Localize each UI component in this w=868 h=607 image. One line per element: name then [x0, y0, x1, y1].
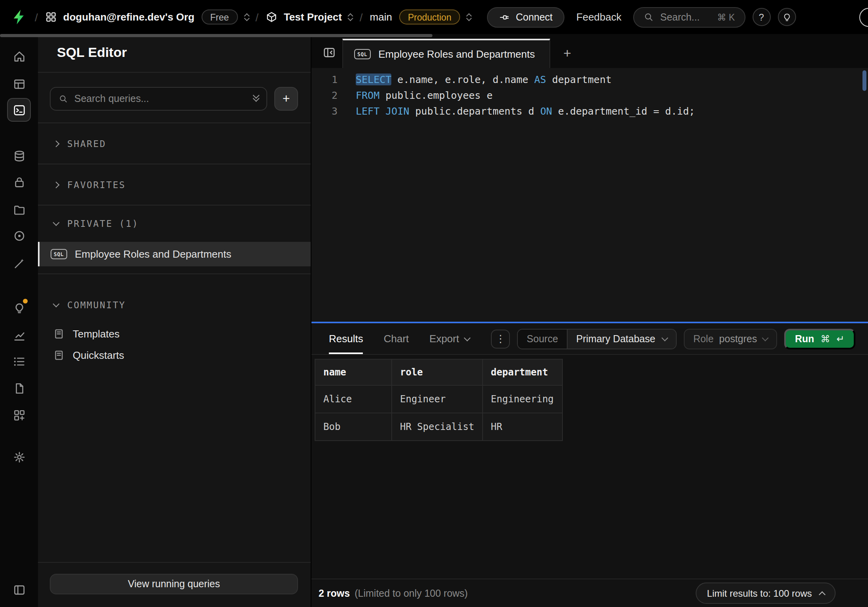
branch-selector-chevrons-icon[interactable]	[467, 13, 471, 21]
code-token: e.department_id = d.id;	[552, 105, 695, 117]
code-token: AS	[534, 74, 546, 85]
run-button[interactable]: Run ⌘ ↵	[784, 328, 855, 349]
code-token: public.departments d	[409, 105, 540, 117]
line-number: 3	[311, 104, 343, 119]
connect-label: Connect	[516, 11, 553, 23]
rail-tables-icon[interactable]	[8, 73, 30, 95]
avatar[interactable]	[859, 8, 868, 27]
tab-export[interactable]: Export	[429, 323, 469, 354]
global-search-input[interactable]: Search... ⌘ K	[633, 7, 745, 27]
tab-results[interactable]: Results	[329, 323, 363, 354]
rail-collapse-icon[interactable]	[8, 579, 30, 601]
rail-extensions-icon[interactable]	[8, 404, 30, 426]
chevron-right-icon	[53, 140, 60, 147]
column-header[interactable]: name	[315, 359, 392, 385]
code-line[interactable]: 1SELECT e.name, e.role, d.name AS depart…	[311, 72, 868, 88]
org-switcher[interactable]: doguhan@refine.dev's Org	[45, 11, 194, 23]
table-cell[interactable]: Alice	[315, 385, 392, 413]
sidebar-footer: View running queries	[38, 562, 311, 607]
search-icon	[58, 94, 68, 104]
export-label: Export	[429, 333, 459, 345]
cmd-key-icon: ⌘	[821, 333, 830, 344]
run-label: Run	[795, 333, 814, 344]
section-favorites[interactable]: FAVORITES	[38, 164, 311, 205]
row-count: 2 rows	[319, 588, 350, 599]
column-header[interactable]: department	[483, 359, 562, 385]
database-dropdown[interactable]: Primary Database	[568, 329, 676, 348]
project-switcher[interactable]: Test Project	[266, 11, 342, 23]
plug-icon	[499, 11, 510, 23]
code-text: SELECT e.name, e.role, d.name AS departm…	[343, 72, 611, 88]
collapse-sidebar-icon[interactable]	[320, 43, 338, 61]
tab-chart[interactable]: Chart	[384, 323, 409, 354]
table-row[interactable]: AliceEngineerEngineering	[315, 385, 562, 413]
whats-new-button[interactable]	[777, 8, 796, 26]
code-token: ON	[540, 105, 552, 117]
code-line[interactable]: 2FROM public.employees e	[311, 88, 868, 104]
expand-all-icon[interactable]	[254, 96, 259, 102]
role-value: postgres	[719, 333, 757, 344]
section-shared[interactable]: SHARED	[38, 123, 311, 164]
rail-settings-icon[interactable]	[8, 446, 30, 468]
rail-home-icon[interactable]	[8, 45, 30, 67]
code-token	[379, 105, 385, 117]
editor-tab-active[interactable]: SQL Employee Roles and Departments	[342, 39, 550, 68]
code-line[interactable]: 3LEFT JOIN public.departments d ON e.dep…	[311, 104, 868, 119]
line-number: 2	[311, 88, 343, 104]
section-private[interactable]: PRIVATE (1)	[38, 205, 311, 242]
sql-code-editor[interactable]: 1SELECT e.name, e.role, d.name AS depart…	[311, 68, 868, 322]
table-row[interactable]: BobHR SpecialistHR	[315, 413, 562, 441]
community-item-templates[interactable]: Templates	[38, 323, 311, 345]
rail-backups-icon[interactable]	[8, 198, 30, 221]
rail-integrations-icon[interactable]	[8, 224, 30, 247]
editor-vertical-scrollbar[interactable]	[862, 70, 866, 91]
view-running-queries-button[interactable]: View running queries	[50, 574, 298, 594]
rail-workflows-icon[interactable]	[8, 252, 30, 274]
rail-ideas-icon[interactable]	[8, 296, 30, 319]
table-cell[interactable]: Engineer	[392, 385, 483, 413]
query-search-input[interactable]: Search queries...	[50, 87, 267, 111]
sql-file-icon: SQL	[51, 249, 67, 259]
section-community[interactable]: COMMUNITY	[38, 287, 311, 323]
help-button[interactable]: ?	[752, 8, 770, 26]
community-item-quickstarts[interactable]: Quickstarts	[38, 345, 311, 366]
help-glyph: ?	[759, 11, 764, 23]
search-placeholder: Search...	[660, 11, 700, 23]
results-statusbar: 2 rows (Limited to only 100 rows) Limit …	[311, 579, 868, 607]
project-selector-chevrons-icon[interactable]	[349, 13, 353, 21]
org-selector-chevrons-icon[interactable]	[245, 13, 248, 21]
feedback-link[interactable]: Feedback	[576, 11, 621, 23]
section-shared-label: SHARED	[67, 138, 106, 149]
toolbar-right: ⋮ Source Primary Database Role postgres	[491, 328, 855, 349]
rail-sql-editor-icon[interactable]	[7, 98, 31, 122]
code-text: LEFT JOIN public.departments d ON e.depa…	[343, 104, 695, 119]
rail-database-icon[interactable]	[8, 145, 30, 167]
connect-button[interactable]: Connect	[487, 7, 564, 27]
logo-bolt-icon[interactable]	[11, 9, 28, 25]
code-token: department	[546, 74, 612, 85]
rail-roles-icon[interactable]	[8, 171, 30, 193]
new-query-button[interactable]: +	[274, 87, 298, 111]
more-options-button[interactable]: ⋮	[491, 329, 510, 348]
section-private-label: PRIVATE (1)	[67, 218, 139, 229]
search-icon	[643, 12, 654, 22]
new-tab-button[interactable]: +	[563, 39, 571, 68]
branch-name[interactable]: main	[370, 11, 392, 23]
table-cell[interactable]: Bob	[315, 413, 392, 441]
section-favorites-label: FAVORITES	[67, 179, 126, 190]
column-header[interactable]: role	[392, 359, 483, 385]
query-list-item[interactable]: SQL Employee Roles and Departments	[38, 242, 311, 266]
rail-monitoring-icon[interactable]	[8, 324, 30, 346]
code-token: FROM	[356, 89, 379, 101]
limit-results-dropdown[interactable]: Limit results to: 100 rows	[696, 582, 836, 604]
section-community-label: COMMUNITY	[67, 300, 126, 311]
horizontal-scrollbar[interactable]	[0, 34, 432, 37]
table-cell[interactable]: HR Specialist	[392, 413, 483, 441]
topbar: / doguhan@refine.dev's Org Free / Test P…	[0, 0, 868, 34]
role-dropdown[interactable]: Role postgres	[684, 328, 777, 349]
table-cell[interactable]: Engineering	[483, 385, 562, 413]
rail-docs-icon[interactable]	[8, 377, 30, 399]
code-text: FROM public.employees e	[343, 88, 492, 104]
table-cell[interactable]: HR	[483, 413, 562, 441]
rail-operations-icon[interactable]	[8, 350, 30, 372]
